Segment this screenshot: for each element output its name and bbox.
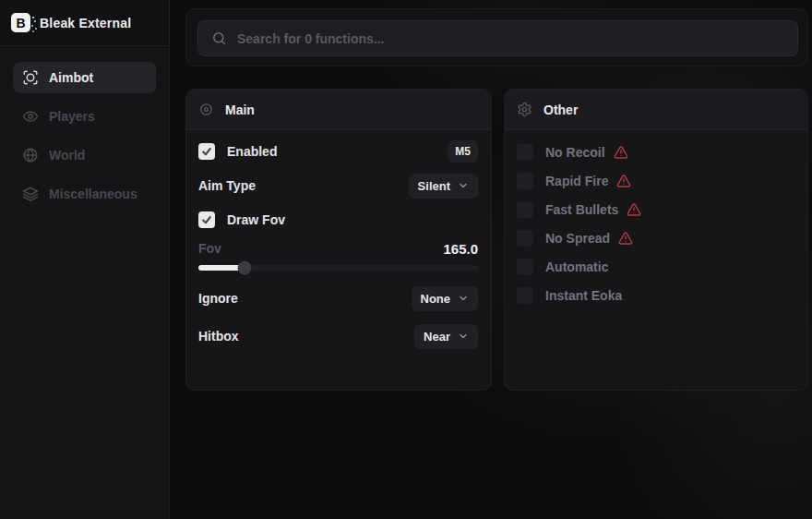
fast-bullets-label: Fast Bullets [545,202,618,217]
no-spread-checkbox[interactable] [517,230,533,247]
focus-icon [22,69,39,86]
sidebar: B Bleak External Aimbot Players World M [0,0,170,519]
enabled-label: Enabled [227,144,277,159]
warning-icon [618,231,633,246]
instant-eoka-row: Instant Eoka [517,284,794,307]
panel-title: Main [225,103,255,117]
automatic-checkbox[interactable] [517,259,533,275]
fov-slider[interactable] [198,261,478,274]
no-spread-row: No Spread [517,227,794,249]
ignore-row: Ignore None [198,285,478,311]
panel-other: Other No Recoil Rapid Fire Fast Bullets [504,89,808,391]
draw-fov-checkbox[interactable] [198,211,215,228]
sidebar-item-players[interactable]: Players [13,101,156,132]
chevron-down-icon [458,331,469,342]
search-input[interactable] [237,31,784,46]
draw-fov-label: Draw Fov [227,212,285,227]
aim-type-value: Silent [418,179,450,193]
automatic-row: Automatic [517,256,794,278]
aim-type-label: Aim Type [198,178,256,193]
search-box[interactable] [197,20,798,56]
sidebar-item-aimbot[interactable]: Aimbot [13,62,156,93]
panel-main-header: Main [186,90,491,130]
instant-eoka-label: Instant Eoka [545,288,622,303]
sidebar-item-label: Aimbot [49,70,93,85]
warning-icon [616,174,631,188]
panel-other-header: Other [505,90,807,130]
fov-slider-handle[interactable] [237,261,251,275]
sidebar-item-miscellaneous[interactable]: Miscellaneous [13,178,156,210]
sidebar-item-label: Miscellaneous [49,187,137,201]
sidebar-item-label: World [49,148,85,163]
no-recoil-checkbox[interactable] [517,144,533,161]
hitbox-value: Near [424,330,450,344]
automatic-label: Automatic [545,260,608,274]
enabled-row: Enabled M5 [198,139,478,163]
layers-icon [22,186,39,202]
check-icon [201,146,212,157]
gear-icon [517,102,532,117]
ignore-select[interactable]: None [412,286,479,311]
rapid-fire-row: Rapid Fire [517,170,794,192]
app-logo: B [11,13,30,32]
no-recoil-label: No Recoil [545,145,605,160]
aim-type-select[interactable]: Silent [409,174,478,199]
enabled-checkbox[interactable] [198,143,215,160]
warning-icon [614,145,628,160]
ignore-value: None [421,292,451,306]
panel-main-body: Enabled M5 Aim Type Silent Draw Fov Fov … [186,130,491,349]
chevron-down-icon [458,293,469,304]
hitbox-label: Hitbox [198,329,239,344]
instant-eoka-checkbox[interactable] [517,287,533,304]
fast-bullets-checkbox[interactable] [517,201,533,218]
warning-icon [627,202,641,217]
no-recoil-row: No Recoil [517,141,794,163]
aim-type-row: Aim Type Silent [198,173,478,199]
ignore-label: Ignore [198,291,238,306]
sidebar-nav: Aimbot Players World Miscellaneous [0,46,169,210]
hitbox-select[interactable]: Near [414,324,478,349]
rapid-fire-checkbox[interactable] [517,173,533,189]
panel-title: Other [543,103,578,117]
search-panel [185,8,808,66]
chevron-down-icon [458,180,469,191]
sidebar-item-label: Players [49,109,95,124]
draw-fov-row: Draw Fov [198,208,478,232]
fov-label: Fov [198,241,221,256]
no-spread-label: No Spread [545,231,610,246]
fov-row: Fov 165.0 [198,239,478,258]
sidebar-header: B Bleak External [0,0,169,46]
search-icon [211,30,227,46]
panel-main: Main Enabled M5 Aim Type Silent Draw Fov [185,89,492,391]
hitbox-row: Hitbox Near [198,323,478,349]
app-title: Bleak External [40,16,131,30]
enabled-keybind-button[interactable]: M5 [448,140,478,163]
fast-bullets-row: Fast Bullets [517,199,794,221]
eye-icon [22,108,39,125]
rapid-fire-label: Rapid Fire [545,174,608,188]
check-icon [201,214,212,225]
fov-value: 165.0 [443,241,478,257]
sidebar-item-world[interactable]: World [13,139,156,171]
panel-other-body: No Recoil Rapid Fire Fast Bullets No Spr… [505,141,807,307]
globe-icon [22,147,39,163]
target-icon [198,102,214,117]
